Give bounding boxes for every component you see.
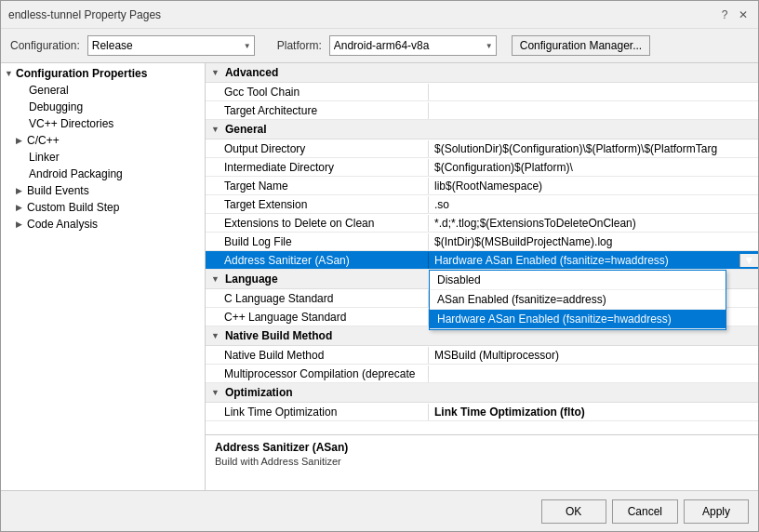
cpp-expand-icon: ▶ <box>16 136 25 145</box>
prop-gcc-tool-chain-value <box>429 90 758 94</box>
row-multiprocessor[interactable]: Multiprocessor Compilation (deprecate <box>206 365 758 383</box>
property-grid: ▼ Advanced Gcc Tool Chain Target Archite… <box>206 63 758 434</box>
tree-item-code-analysis[interactable]: ▶ Code Analysis <box>1 216 205 233</box>
row-build-log[interactable]: Build Log File $(IntDir)$(MSBuildProject… <box>206 233 758 251</box>
ok-button[interactable]: OK <box>541 499 606 524</box>
section-advanced[interactable]: ▼ Advanced <box>206 63 758 83</box>
prop-output-dir-name: Output Directory <box>206 140 429 157</box>
tree-item-cpp[interactable]: ▶ C/C++ <box>1 132 205 149</box>
section-general[interactable]: ▼ General <box>206 120 758 140</box>
prop-target-name-name: Target Name <box>206 178 429 194</box>
right-panel: ▼ Advanced Gcc Tool Chain Target Archite… <box>206 63 758 490</box>
prop-build-log-value: $(IntDir)$(MSBuildProjectName).log <box>429 233 758 250</box>
tree-root[interactable]: ▼ Configuration Properties <box>1 63 205 82</box>
tree-item-general[interactable]: General <box>1 82 205 99</box>
prop-gcc-tool-chain-name: Gcc Tool Chain <box>206 84 429 100</box>
property-pages-dialog: endless-tunnel Property Pages ? ✕ Config… <box>0 0 759 532</box>
config-select[interactable]: Release <box>87 35 255 56</box>
tree-item-debugging[interactable]: Debugging <box>1 99 205 115</box>
row-link-time-opt[interactable]: Link Time Optimization Link Time Optimiz… <box>206 403 758 421</box>
prop-target-arch-name: Target Architecture <box>206 102 429 119</box>
tree-item-build-events-label: Build Events <box>27 184 89 197</box>
prop-native-build-name: Native Build Method <box>206 347 429 364</box>
asan-dropdown: Disabled ASan Enabled (fsanitize=address… <box>429 270 726 330</box>
platform-label: Platform: <box>277 39 322 52</box>
apply-button[interactable]: Apply <box>684 499 749 524</box>
custom-build-expand-icon: ▶ <box>16 203 25 212</box>
tree-item-build-events[interactable]: ▶ Build Events <box>1 182 205 199</box>
prop-asan-value: Hardware ASan Enabled (fsanitize=hwaddre… <box>434 254 669 267</box>
prop-target-ext-value: .so <box>429 196 758 213</box>
prop-ext-delete-value: *.d;*.tlog;$(ExtensionsToDeleteOnClean) <box>429 215 758 232</box>
description-panel: Address Sanitizer (ASan) Build with Addr… <box>206 434 758 490</box>
title-bar-buttons: ? ✕ <box>717 7 751 22</box>
tree-item-custom-build-label: Custom Build Step <box>27 201 119 214</box>
title-bar: endless-tunnel Property Pages ? ✕ <box>1 1 758 29</box>
cancel-button[interactable]: Cancel <box>612 499 678 524</box>
advanced-expand-icon: ▼ <box>211 68 220 77</box>
prop-ext-delete-name: Extensions to Delete on Clean <box>206 215 429 232</box>
native-build-expand-icon: ▼ <box>211 331 220 340</box>
row-output-dir[interactable]: Output Directory $(SolutionDir)$(Configu… <box>206 140 758 158</box>
help-button[interactable]: ? <box>717 7 732 22</box>
code-analysis-expand-icon: ▶ <box>16 219 25 229</box>
tree-item-android-packaging[interactable]: Android Packaging <box>1 166 205 182</box>
language-expand-icon: ▼ <box>211 274 220 284</box>
row-gcc-tool-chain[interactable]: Gcc Tool Chain <box>206 83 758 101</box>
tree-item-vcdirs[interactable]: VC++ Directories <box>1 115 205 132</box>
close-button[interactable]: ✕ <box>736 7 751 22</box>
section-general-label: General <box>225 123 267 136</box>
prop-intermediate-name: Intermediate Directory <box>206 159 429 176</box>
row-target-architecture[interactable]: Target Architecture <box>206 101 758 120</box>
dialog-title: endless-tunnel Property Pages <box>8 8 161 21</box>
config-label: Configuration: <box>10 39 80 52</box>
platform-select-wrapper: Android-arm64-v8a <box>329 35 497 56</box>
row-intermediate-dir[interactable]: Intermediate Directory $(Configuration)$… <box>206 158 758 177</box>
config-manager-button[interactable]: Configuration Manager... <box>512 35 650 56</box>
prop-multiprocessor-value <box>429 372 758 376</box>
platform-select[interactable]: Android-arm64-v8a <box>329 35 497 56</box>
section-advanced-label: Advanced <box>225 66 278 79</box>
dropdown-option-hwasan[interactable]: Hardware ASan Enabled (fsanitize=hwaddre… <box>430 310 726 329</box>
dropdown-option-asan[interactable]: ASan Enabled (fsanitize=address) <box>430 290 726 310</box>
tree-item-custom-build-step[interactable]: ▶ Custom Build Step <box>1 199 205 216</box>
general-expand-icon: ▼ <box>211 125 220 134</box>
config-row: Configuration: Release Platform: Android… <box>1 29 758 62</box>
prop-multiprocessor-name: Multiprocessor Compilation (deprecate <box>206 366 429 382</box>
section-language-label: Language <box>225 273 278 286</box>
config-select-wrapper: Release <box>87 35 255 56</box>
prop-build-log-name: Build Log File <box>206 233 429 250</box>
prop-target-arch-value <box>429 109 758 113</box>
prop-target-ext-name: Target Extension <box>206 196 429 213</box>
row-extensions-delete[interactable]: Extensions to Delete on Clean *.d;*.tlog… <box>206 214 758 233</box>
dropdown-option-disabled[interactable]: Disabled <box>430 271 726 290</box>
root-expand-icon: ▼ <box>5 69 14 78</box>
build-events-expand-icon: ▶ <box>16 186 25 195</box>
desc-text: Build with Address Sanitizer <box>215 456 749 467</box>
row-native-build-method[interactable]: Native Build Method MSBuild (Multiproces… <box>206 346 758 365</box>
tree-item-linker[interactable]: Linker <box>1 149 205 166</box>
prop-asan-dropdown-arrow[interactable]: ▼ <box>739 254 758 267</box>
tree-item-code-analysis-label: Code Analysis <box>27 218 98 231</box>
prop-asan-name: Address Sanitizer (ASan) <box>206 252 429 269</box>
prop-output-dir-value: $(SolutionDir)$(Configuration)\$(Platfor… <box>429 140 758 157</box>
tree-item-cpp-label: C/C++ <box>27 134 60 147</box>
prop-cpp-standard-name: C++ Language Standard <box>206 309 429 326</box>
section-optimization-label: Optimization <box>225 386 293 399</box>
prop-c-standard-name: C Language Standard <box>206 290 429 307</box>
main-content: ▼ Configuration Properties General Debug… <box>1 62 758 490</box>
row-asan[interactable]: Address Sanitizer (ASan) Hardware ASan E… <box>206 251 758 270</box>
desc-title: Address Sanitizer (ASan) <box>215 441 749 454</box>
prop-link-time-name: Link Time Optimization <box>206 404 429 420</box>
prop-target-name-value: lib$(RootNamespace) <box>429 178 758 194</box>
tree-root-label: Configuration Properties <box>16 67 147 80</box>
section-native-build-label: Native Build Method <box>225 329 332 342</box>
left-panel: ▼ Configuration Properties General Debug… <box>1 63 206 490</box>
bottom-bar: OK Cancel Apply <box>1 490 758 531</box>
row-target-name[interactable]: Target Name lib$(RootNamespace) <box>206 177 758 195</box>
row-target-ext[interactable]: Target Extension .so <box>206 195 758 214</box>
optimization-expand-icon: ▼ <box>211 388 220 397</box>
prop-link-time-value: Link Time Optimization (flto) <box>429 404 758 420</box>
prop-native-build-value: MSBuild (Multiprocessor) <box>429 347 758 364</box>
section-optimization[interactable]: ▼ Optimization <box>206 383 758 403</box>
